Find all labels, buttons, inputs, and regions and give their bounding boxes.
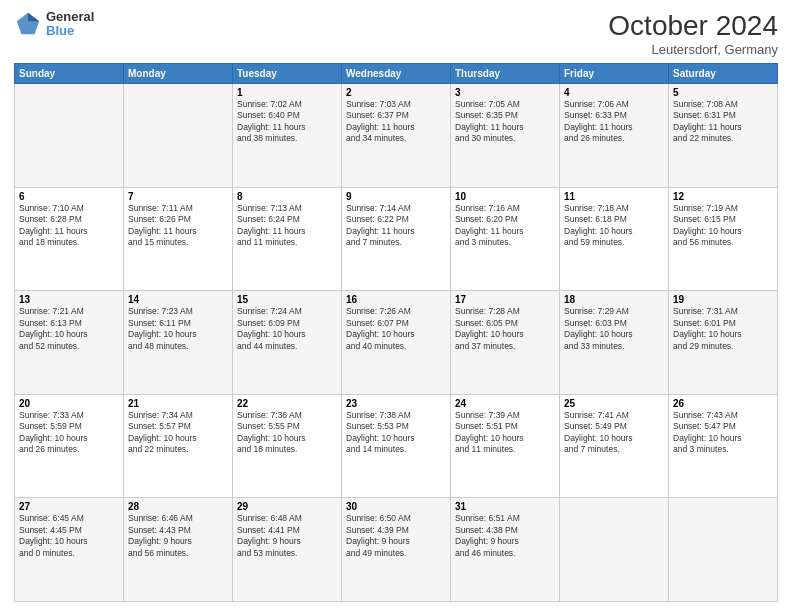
calendar-cell: 8Sunrise: 7:13 AM Sunset: 6:24 PM Daylig…	[233, 187, 342, 291]
day-number: 15	[237, 294, 337, 305]
day-number: 9	[346, 191, 446, 202]
day-number: 10	[455, 191, 555, 202]
calendar-cell: 15Sunrise: 7:24 AM Sunset: 6:09 PM Dayli…	[233, 291, 342, 395]
logo-line2: Blue	[46, 24, 94, 38]
calendar-cell: 21Sunrise: 7:34 AM Sunset: 5:57 PM Dayli…	[124, 394, 233, 498]
logo-icon	[14, 10, 42, 38]
day-number: 25	[564, 398, 664, 409]
weekday-header-tuesday: Tuesday	[233, 64, 342, 84]
location: Leutersdorf, Germany	[608, 42, 778, 57]
weekday-header-wednesday: Wednesday	[342, 64, 451, 84]
cell-content: Sunrise: 7:05 AM Sunset: 6:35 PM Dayligh…	[455, 99, 555, 145]
calendar-cell: 11Sunrise: 7:18 AM Sunset: 6:18 PM Dayli…	[560, 187, 669, 291]
calendar-week-3: 13Sunrise: 7:21 AM Sunset: 6:13 PM Dayli…	[15, 291, 778, 395]
calendar-cell	[669, 498, 778, 602]
calendar-cell: 14Sunrise: 7:23 AM Sunset: 6:11 PM Dayli…	[124, 291, 233, 395]
calendar-cell: 20Sunrise: 7:33 AM Sunset: 5:59 PM Dayli…	[15, 394, 124, 498]
day-number: 4	[564, 87, 664, 98]
weekday-header-friday: Friday	[560, 64, 669, 84]
day-number: 2	[346, 87, 446, 98]
cell-content: Sunrise: 7:38 AM Sunset: 5:53 PM Dayligh…	[346, 410, 446, 456]
cell-content: Sunrise: 7:11 AM Sunset: 6:26 PM Dayligh…	[128, 203, 228, 249]
day-number: 24	[455, 398, 555, 409]
cell-content: Sunrise: 6:46 AM Sunset: 4:43 PM Dayligh…	[128, 513, 228, 559]
calendar-cell: 5Sunrise: 7:08 AM Sunset: 6:31 PM Daylig…	[669, 84, 778, 188]
cell-content: Sunrise: 7:03 AM Sunset: 6:37 PM Dayligh…	[346, 99, 446, 145]
calendar-cell: 31Sunrise: 6:51 AM Sunset: 4:38 PM Dayli…	[451, 498, 560, 602]
cell-content: Sunrise: 7:23 AM Sunset: 6:11 PM Dayligh…	[128, 306, 228, 352]
cell-content: Sunrise: 7:13 AM Sunset: 6:24 PM Dayligh…	[237, 203, 337, 249]
cell-content: Sunrise: 7:43 AM Sunset: 5:47 PM Dayligh…	[673, 410, 773, 456]
day-number: 7	[128, 191, 228, 202]
calendar-table: SundayMondayTuesdayWednesdayThursdayFrid…	[14, 63, 778, 602]
page: General Blue October 2024 Leutersdorf, G…	[0, 0, 792, 612]
calendar-cell: 24Sunrise: 7:39 AM Sunset: 5:51 PM Dayli…	[451, 394, 560, 498]
day-number: 23	[346, 398, 446, 409]
weekday-header-sunday: Sunday	[15, 64, 124, 84]
calendar-cell: 27Sunrise: 6:45 AM Sunset: 4:45 PM Dayli…	[15, 498, 124, 602]
cell-content: Sunrise: 7:16 AM Sunset: 6:20 PM Dayligh…	[455, 203, 555, 249]
calendar-week-5: 27Sunrise: 6:45 AM Sunset: 4:45 PM Dayli…	[15, 498, 778, 602]
day-number: 6	[19, 191, 119, 202]
day-number: 16	[346, 294, 446, 305]
cell-content: Sunrise: 6:48 AM Sunset: 4:41 PM Dayligh…	[237, 513, 337, 559]
cell-content: Sunrise: 7:08 AM Sunset: 6:31 PM Dayligh…	[673, 99, 773, 145]
calendar-cell: 28Sunrise: 6:46 AM Sunset: 4:43 PM Dayli…	[124, 498, 233, 602]
cell-content: Sunrise: 7:14 AM Sunset: 6:22 PM Dayligh…	[346, 203, 446, 249]
cell-content: Sunrise: 7:10 AM Sunset: 6:28 PM Dayligh…	[19, 203, 119, 249]
day-number: 5	[673, 87, 773, 98]
calendar-cell	[124, 84, 233, 188]
day-number: 28	[128, 501, 228, 512]
cell-content: Sunrise: 7:41 AM Sunset: 5:49 PM Dayligh…	[564, 410, 664, 456]
cell-content: Sunrise: 7:19 AM Sunset: 6:15 PM Dayligh…	[673, 203, 773, 249]
weekday-header-thursday: Thursday	[451, 64, 560, 84]
weekday-row: SundayMondayTuesdayWednesdayThursdayFrid…	[15, 64, 778, 84]
calendar-cell: 4Sunrise: 7:06 AM Sunset: 6:33 PM Daylig…	[560, 84, 669, 188]
day-number: 1	[237, 87, 337, 98]
svg-marker-1	[28, 13, 39, 21]
weekday-header-monday: Monday	[124, 64, 233, 84]
cell-content: Sunrise: 7:34 AM Sunset: 5:57 PM Dayligh…	[128, 410, 228, 456]
calendar-cell: 22Sunrise: 7:36 AM Sunset: 5:55 PM Dayli…	[233, 394, 342, 498]
cell-content: Sunrise: 7:21 AM Sunset: 6:13 PM Dayligh…	[19, 306, 119, 352]
cell-content: Sunrise: 7:39 AM Sunset: 5:51 PM Dayligh…	[455, 410, 555, 456]
day-number: 14	[128, 294, 228, 305]
day-number: 29	[237, 501, 337, 512]
day-number: 17	[455, 294, 555, 305]
day-number: 20	[19, 398, 119, 409]
calendar-cell: 18Sunrise: 7:29 AM Sunset: 6:03 PM Dayli…	[560, 291, 669, 395]
cell-content: Sunrise: 7:02 AM Sunset: 6:40 PM Dayligh…	[237, 99, 337, 145]
header: General Blue October 2024 Leutersdorf, G…	[14, 10, 778, 57]
day-number: 30	[346, 501, 446, 512]
calendar-cell	[560, 498, 669, 602]
title-block: October 2024 Leutersdorf, Germany	[608, 10, 778, 57]
day-number: 12	[673, 191, 773, 202]
cell-content: Sunrise: 7:31 AM Sunset: 6:01 PM Dayligh…	[673, 306, 773, 352]
month-title: October 2024	[608, 10, 778, 42]
cell-content: Sunrise: 6:50 AM Sunset: 4:39 PM Dayligh…	[346, 513, 446, 559]
cell-content: Sunrise: 6:45 AM Sunset: 4:45 PM Dayligh…	[19, 513, 119, 559]
calendar-cell: 6Sunrise: 7:10 AM Sunset: 6:28 PM Daylig…	[15, 187, 124, 291]
calendar-cell: 17Sunrise: 7:28 AM Sunset: 6:05 PM Dayli…	[451, 291, 560, 395]
calendar-cell: 19Sunrise: 7:31 AM Sunset: 6:01 PM Dayli…	[669, 291, 778, 395]
calendar-cell: 26Sunrise: 7:43 AM Sunset: 5:47 PM Dayli…	[669, 394, 778, 498]
calendar-cell: 7Sunrise: 7:11 AM Sunset: 6:26 PM Daylig…	[124, 187, 233, 291]
calendar-week-1: 1Sunrise: 7:02 AM Sunset: 6:40 PM Daylig…	[15, 84, 778, 188]
day-number: 22	[237, 398, 337, 409]
calendar-cell: 23Sunrise: 7:38 AM Sunset: 5:53 PM Dayli…	[342, 394, 451, 498]
calendar-cell: 2Sunrise: 7:03 AM Sunset: 6:37 PM Daylig…	[342, 84, 451, 188]
calendar-cell: 9Sunrise: 7:14 AM Sunset: 6:22 PM Daylig…	[342, 187, 451, 291]
calendar-cell	[15, 84, 124, 188]
day-number: 18	[564, 294, 664, 305]
day-number: 11	[564, 191, 664, 202]
weekday-header-saturday: Saturday	[669, 64, 778, 84]
calendar-body: 1Sunrise: 7:02 AM Sunset: 6:40 PM Daylig…	[15, 84, 778, 602]
calendar-cell: 1Sunrise: 7:02 AM Sunset: 6:40 PM Daylig…	[233, 84, 342, 188]
day-number: 31	[455, 501, 555, 512]
calendar-cell: 13Sunrise: 7:21 AM Sunset: 6:13 PM Dayli…	[15, 291, 124, 395]
day-number: 19	[673, 294, 773, 305]
day-number: 27	[19, 501, 119, 512]
calendar-header: SundayMondayTuesdayWednesdayThursdayFrid…	[15, 64, 778, 84]
cell-content: Sunrise: 7:06 AM Sunset: 6:33 PM Dayligh…	[564, 99, 664, 145]
calendar-cell: 10Sunrise: 7:16 AM Sunset: 6:20 PM Dayli…	[451, 187, 560, 291]
